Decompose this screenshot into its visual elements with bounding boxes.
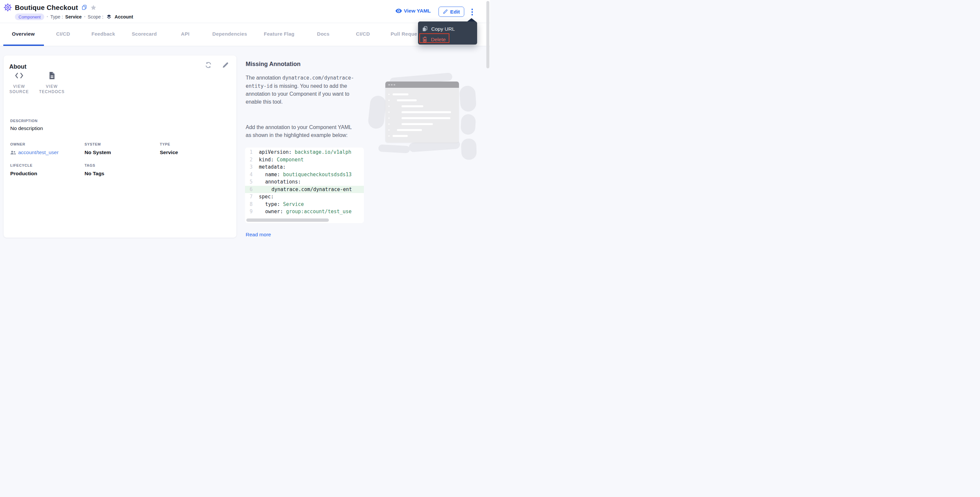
code-line: 9owner: group:account/test_use bbox=[245, 208, 364, 216]
page-scrollbar-thumb[interactable] bbox=[486, 1, 489, 68]
copy-icon bbox=[422, 26, 428, 32]
type-field-label: TYPE bbox=[160, 142, 170, 146]
kind-badge: Component bbox=[15, 14, 44, 20]
entity-title-row: Boutique Checkout bbox=[3, 3, 97, 12]
tab-feedback[interactable]: Feedback bbox=[91, 31, 115, 37]
browser-window-illustration bbox=[385, 81, 459, 143]
decorative-blob bbox=[460, 114, 476, 135]
missing-annotation-title: Missing Annotation bbox=[246, 61, 301, 68]
pencil-icon bbox=[443, 9, 448, 14]
delete-label: Delete bbox=[431, 37, 446, 43]
code-line: 5annotations: bbox=[245, 178, 364, 186]
system-value: No System bbox=[84, 149, 111, 156]
system-label: SYSTEM bbox=[84, 142, 101, 146]
tab-scorecard[interactable]: Scorecard bbox=[132, 31, 157, 37]
yaml-code-lines: 1apiVersion: backstage.io/v1alph 2kind: … bbox=[245, 148, 364, 216]
view-techdocs-link[interactable]: VIEW TECHDOCS bbox=[35, 71, 69, 94]
owner-value: account/test_user bbox=[18, 149, 59, 156]
copy-url-menu-item[interactable]: Copy URL bbox=[418, 24, 477, 34]
decorative-blob bbox=[368, 95, 387, 129]
type-field-value: Service bbox=[160, 149, 178, 156]
page-header: Boutique Checkout Component • Type : Ser… bbox=[0, 0, 490, 23]
code-line-highlighted: 6dynatrace.com/dynatrace-ent bbox=[245, 186, 364, 194]
view-yaml-button[interactable]: View YAML bbox=[396, 8, 431, 14]
illustration-titlebar bbox=[385, 81, 459, 88]
code-line: 1apiVersion: backstage.io/v1alph bbox=[245, 149, 364, 156]
tags-label: TAGS bbox=[84, 164, 95, 167]
tab-ci-cd-2[interactable]: CI/CD bbox=[356, 31, 370, 37]
code-line: 3metadata: bbox=[245, 164, 364, 171]
tab-feature-flag[interactable]: Feature Flag bbox=[264, 31, 294, 37]
scope-value: Account bbox=[115, 14, 133, 19]
content-area: About VIEW SOURCE bbox=[0, 46, 490, 249]
edit-about-pencil-icon[interactable] bbox=[222, 61, 229, 69]
about-card-title: About bbox=[9, 64, 26, 70]
trash-icon bbox=[422, 37, 427, 42]
document-icon bbox=[48, 71, 56, 80]
decorative-blob bbox=[459, 85, 476, 112]
scope-layers-icon bbox=[106, 14, 111, 19]
code-brackets-icon bbox=[15, 71, 24, 80]
settings-gear-icon bbox=[3, 3, 12, 12]
dot-separator: • bbox=[46, 14, 48, 19]
description-label: DESCRIPTION bbox=[10, 119, 38, 123]
lifecycle-label: LIFECYCLE bbox=[10, 164, 32, 167]
view-techdocs-label: VIEW TECHDOCS bbox=[35, 84, 69, 94]
description-value: No description bbox=[10, 125, 43, 131]
tags-value: No Tags bbox=[84, 171, 104, 176]
yaml-code-block: 1apiVersion: backstage.io/v1alph 2kind: … bbox=[245, 148, 364, 223]
code-line: 8type: Service bbox=[245, 201, 364, 208]
edit-button-label: Edit bbox=[450, 9, 460, 15]
type-value: Service bbox=[65, 14, 82, 19]
view-yaml-label: View YAML bbox=[404, 8, 431, 14]
owner-value-link[interactable]: account/test_user bbox=[10, 149, 59, 156]
refresh-icon[interactable] bbox=[205, 61, 212, 69]
page-title: Boutique Checkout bbox=[15, 4, 78, 11]
dot-separator: • bbox=[84, 14, 85, 19]
people-icon bbox=[10, 151, 16, 155]
copy-name-icon[interactable] bbox=[82, 5, 87, 10]
tab-dependencies[interactable]: Dependencies bbox=[212, 31, 247, 37]
delete-menu-item[interactable]: Delete bbox=[418, 35, 477, 44]
decorative-blob bbox=[378, 144, 410, 154]
owner-label: OWNER bbox=[10, 142, 25, 146]
tab-docs[interactable]: Docs bbox=[317, 31, 329, 37]
edit-button[interactable]: Edit bbox=[439, 6, 464, 17]
view-source-label: VIEW SOURCE bbox=[6, 84, 33, 94]
more-options-kebab-menu[interactable] bbox=[470, 9, 474, 16]
code-line: 4name: boutiquecheckoutsdsds13 bbox=[245, 171, 364, 179]
code-horizontal-scrollbar[interactable] bbox=[246, 219, 329, 222]
tab-api[interactable]: API bbox=[181, 31, 189, 37]
tab-pull-requests[interactable]: Pull Reque bbox=[391, 31, 417, 37]
type-label: Type : bbox=[50, 14, 63, 19]
annotation-text-before: The annotation bbox=[246, 75, 282, 81]
read-more-link[interactable]: Read more bbox=[246, 232, 271, 238]
view-source-link[interactable]: VIEW SOURCE bbox=[6, 71, 33, 94]
context-menu: Copy URL Delete bbox=[418, 21, 477, 44]
annotation-instruction-paragraph: Add the annotation to your Component YAM… bbox=[246, 124, 357, 139]
scope-label: Scope : bbox=[88, 14, 103, 19]
copy-url-label: Copy URL bbox=[431, 26, 455, 32]
missing-annotation-paragraph: The annotation dynatrace.com/dynatrace-e… bbox=[246, 74, 357, 106]
lifecycle-value: Production bbox=[10, 171, 37, 176]
code-line: 2kind: Component bbox=[245, 156, 364, 164]
code-line: 7spec: bbox=[245, 193, 364, 201]
entity-tab-bar: Overview CI/CD Feedback Scorecard API De… bbox=[0, 23, 490, 46]
tab-ci-cd[interactable]: CI/CD bbox=[56, 31, 70, 37]
eye-icon bbox=[396, 9, 402, 13]
tab-overview[interactable]: Overview bbox=[12, 31, 35, 37]
decorative-blob bbox=[461, 138, 477, 160]
about-card: About VIEW SOURCE bbox=[4, 56, 236, 238]
entity-subtitle-row: Component • Type : Service • Scope : Acc… bbox=[15, 14, 133, 20]
active-tab-underline bbox=[3, 44, 44, 46]
favorite-star-icon[interactable] bbox=[90, 4, 97, 11]
